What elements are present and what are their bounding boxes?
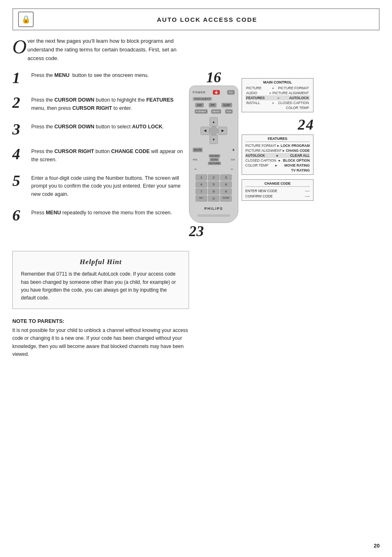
mute-button[interactable]: MUTE	[193, 148, 203, 152]
num-2-button[interactable]: 2	[208, 174, 219, 181]
page-header: 🔒 Auto Lock Access Code	[12, 8, 380, 30]
features-row-color-temp: COLOR TEMP▸MOVIE RATING	[245, 163, 310, 168]
num-1-button[interactable]: 1	[196, 174, 207, 181]
dpad-left-button[interactable]: ◀	[201, 127, 210, 135]
main-osd-row-colortemp: COLOR TEMP	[245, 105, 310, 110]
note-title: NOTE TO PARENTS:	[12, 318, 189, 324]
step-1-text: Press the MENU button to see the onscree…	[31, 70, 149, 79]
diagram-step-3: 3	[196, 224, 204, 239]
step-1: 1 Press the MENU button to see the onscr…	[12, 70, 185, 86]
num-6-button[interactable]: 6	[220, 181, 232, 188]
main-osd-row-features: FEATURES▸AUTOLOCK	[245, 95, 310, 100]
diagram-step-1: 1	[206, 70, 214, 85]
vol-label: VOL	[193, 158, 198, 161]
intro-body: ver the next few pages you'll learn how …	[28, 38, 177, 61]
page-number: 20	[374, 543, 380, 549]
num-8-button[interactable]: 8	[208, 188, 219, 195]
num-9-button[interactable]: 9	[220, 188, 232, 195]
step-3-number: 3	[12, 121, 27, 137]
num-3-button[interactable]: 3	[220, 174, 232, 181]
diagram-column: 1 6 POWER ⏻ CC STATUS/EXIT	[189, 70, 380, 239]
diagram-step-right-2: 2	[298, 117, 305, 132]
step-6: 6 Press MENU repeatedly to remove the me…	[12, 207, 185, 223]
steps-column: 1 Press the MENU button to see the onscr…	[12, 70, 185, 239]
surf-button[interactable]: SURF	[221, 103, 232, 107]
brand-label: PHILIPS	[204, 207, 223, 211]
step-4: 4 Press the CURSOR RIGHT button CHANGE C…	[12, 146, 185, 164]
main-osd-row-install: INSTALL▸CLOSED CAPTION	[245, 100, 310, 105]
vol-minus-button[interactable]: −	[194, 167, 196, 171]
remote-bottom-strip	[197, 214, 230, 217]
note-section: NOTE TO PARENTS: It is not possible for …	[12, 318, 189, 358]
step-4-number: 4	[12, 146, 27, 162]
picture-button[interactable]: PICTURE	[208, 162, 221, 165]
step-5-number: 5	[12, 173, 27, 188]
aok-button[interactable]: AOK	[225, 109, 233, 114]
diagram-step-2: 2	[189, 224, 196, 239]
main-osd-row-picture: PICTURE▸PICTURE FORMAT	[245, 86, 310, 91]
menu-button[interactable]: MENU	[211, 109, 221, 114]
sap-button[interactable]: SAP	[195, 103, 204, 107]
step-2-text: Press the CURSOR DOWN button to highligh…	[31, 95, 185, 112]
dpad-right-button[interactable]: ▶	[218, 127, 227, 135]
diagram-step-right-4: 4	[306, 117, 314, 132]
note-text: It is not possible for your child to unb…	[12, 327, 189, 358]
features-osd-title: FEATURES	[245, 137, 310, 142]
power-label: POWER	[193, 91, 205, 94]
step-6-number: 6	[12, 207, 27, 223]
status-exit-button[interactable]: STATUS/EXIT	[193, 97, 212, 101]
hint-box: Helpful Hint Remember that 0711 is the d…	[12, 251, 189, 309]
format-button[interactable]: FORMAT	[195, 109, 208, 114]
lock-icon: 🔒	[18, 12, 34, 27]
dpad-center-button[interactable]	[209, 126, 218, 135]
main-osd-title: MAIN CONTROL	[245, 80, 310, 84]
num-7-button[interactable]: 7	[196, 188, 207, 195]
num-0-button[interactable]: 0	[208, 195, 219, 202]
power-button[interactable]: ⏻	[213, 90, 220, 95]
drop-cap: O	[12, 37, 27, 57]
main-osd-box: MAIN CONTROL PICTURE▸PICTURE FORMAT AUDI…	[242, 78, 314, 112]
change-code-osd-box: CHANGE CODE ENTER NEW CODE---- CONFIRM C…	[242, 179, 314, 201]
surf-num-button[interactable]: SURF	[220, 195, 232, 202]
diagram-step-6: 6	[214, 70, 221, 85]
hint-title: Helpful Hint	[21, 258, 180, 266]
features-row-picture-alignment: PICTURE ALIGNMENT▸CHANG CODE	[245, 148, 310, 153]
av-button[interactable]: AV+	[196, 195, 207, 202]
change-code-enter-row: ENTER NEW CODE----	[245, 188, 310, 193]
step-3: 3 Press the CURSOR DOWN button to select…	[12, 121, 185, 137]
step-5-text: Enter a four-digit code using the Number…	[31, 173, 185, 198]
features-row-picture-format: PICTURE FORMAT▸LOCK PROGRAM	[245, 143, 310, 148]
pip-button[interactable]: PIP	[209, 103, 216, 107]
change-code-confirm-row: CONFIRM CODE----	[245, 193, 310, 199]
main-osd-row-audio: AUDIO▸PICTURE ALIGNMENT	[245, 91, 310, 95]
intro-text: O ver the next few pages you'll learn ho…	[12, 37, 177, 63]
ch-minus-button[interactable]: −	[231, 167, 233, 171]
num-4-button[interactable]: 4	[196, 181, 207, 188]
features-row-autolock: AUTOLOCK▸CLEAR ALL	[245, 153, 310, 158]
step-5: 5 Enter a four-digit code using the Numb…	[12, 173, 185, 198]
remote-control: POWER ⏻ CC STATUS/EXIT SAP PIP SURF	[189, 86, 238, 223]
hint-text: Remember that 0711 is the default AutoLo…	[21, 270, 180, 302]
step-3-text: Press the CURSOR DOWN button to select A…	[31, 121, 164, 131]
step-1-number: 1	[12, 70, 27, 86]
sound-button[interactable]: SOUND	[209, 154, 220, 158]
dpad-down-button[interactable]: ▼	[210, 135, 218, 144]
step-6-text: Press MENU repeatedly to remove the menu…	[31, 207, 172, 217]
plus-button[interactable]: +	[232, 148, 235, 152]
ch-label: CH	[231, 158, 235, 161]
features-osd-box: FEATURES PICTURE FORMAT▸LOCK PROGRAM PIC…	[242, 135, 314, 175]
cc-button[interactable]: CC	[227, 90, 235, 95]
step-4-text: Press the CURSOR RIGHT button CHANGE COD…	[31, 146, 185, 164]
dpad: ▲ ▼ ◀ ▶	[201, 117, 227, 144]
change-code-title: CHANGE CODE	[245, 181, 310, 187]
step-2: 2 Press the CURSOR DOWN button to highli…	[12, 95, 185, 112]
main-content: 1 Press the MENU button to see the onscr…	[12, 70, 380, 239]
page-title: Auto Lock Access Code	[40, 16, 374, 23]
num-5-button[interactable]: 5	[208, 181, 219, 188]
step-2-number: 2	[12, 95, 27, 110]
auto-button[interactable]: AUTO	[210, 158, 219, 161]
features-row-closed-caption: CLOSED CAPTION▸BLOCK OPTION	[245, 158, 310, 163]
features-row-tv-rating: TV RATING	[245, 168, 310, 173]
dpad-up-button[interactable]: ▲	[210, 117, 218, 126]
